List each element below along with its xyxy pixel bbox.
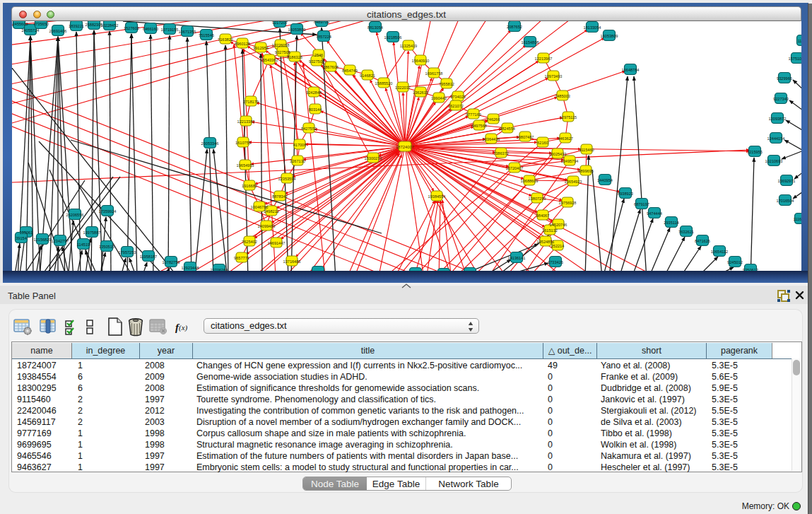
- svg-text:6497568: 6497568: [471, 124, 487, 128]
- svg-text:17359924: 17359924: [99, 209, 117, 214]
- svg-text:2546: 2546: [314, 53, 323, 57]
- svg-text:39154: 39154: [16, 236, 27, 240]
- svg-text:15885520: 15885520: [375, 81, 393, 86]
- svg-text:9146821: 9146821: [360, 74, 375, 78]
- svg-text:8186328: 8186328: [287, 55, 302, 59]
- svg-text:4735650: 4735650: [33, 22, 49, 26]
- svg-text:26206556: 26206556: [66, 213, 84, 217]
- svg-text:14099489: 14099489: [258, 224, 276, 228]
- svg-text:10671355: 10671355: [179, 30, 196, 34]
- svg-text:2718179: 2718179: [243, 100, 259, 104]
- svg-text:6899695: 6899695: [578, 169, 594, 173]
- svg-text:417006: 417006: [293, 143, 307, 147]
- svg-text:1916682: 1916682: [242, 184, 257, 188]
- svg-text:20053346: 20053346: [201, 141, 219, 146]
- svg-text:1116753: 1116753: [794, 217, 801, 221]
- svg-text:746266: 746266: [487, 117, 500, 122]
- svg-text:1440954: 1440954: [597, 178, 613, 182]
- svg-text:20364436: 20364436: [483, 137, 500, 141]
- svg-text:12353594: 12353594: [278, 177, 296, 181]
- svg-text:114519: 114519: [77, 243, 90, 247]
- svg-text:12444154: 12444154: [767, 136, 785, 141]
- svg-text:9242848: 9242848: [306, 90, 322, 95]
- svg-text:3215955: 3215955: [747, 150, 763, 154]
- svg-text:1990443: 1990443: [431, 96, 447, 100]
- svg-text:9463627: 9463627: [558, 136, 573, 141]
- svg-text:7955812: 7955812: [439, 82, 454, 86]
- svg-text:8471626: 8471626: [695, 239, 710, 243]
- svg-text:(x): (x): [179, 323, 188, 332]
- svg-text:16053809: 16053809: [601, 34, 618, 38]
- svg-text:12975115: 12975115: [560, 115, 577, 119]
- svg-text:10973493: 10973493: [545, 74, 563, 78]
- svg-text:7163822: 7163822: [218, 37, 233, 42]
- svg-text:10654112: 10654112: [711, 250, 728, 254]
- svg-text:15751074: 15751074: [789, 57, 801, 61]
- svg-text:15640910: 15640910: [412, 59, 430, 63]
- svg-text:8938923: 8938923: [618, 192, 633, 196]
- svg-text:19384554: 19384554: [428, 194, 446, 199]
- svg-text:8427552: 8427552: [301, 127, 317, 131]
- svg-text:14136141: 14136141: [508, 256, 526, 260]
- svg-text:135061: 135061: [20, 230, 33, 235]
- svg-text:10719155: 10719155: [161, 28, 179, 32]
- svg-text:12156829: 12156829: [34, 238, 52, 242]
- svg-text:18133054: 18133054: [584, 25, 601, 30]
- svg-text:16154808: 16154808: [522, 40, 539, 45]
- svg-text:9350612: 9350612: [743, 268, 758, 271]
- svg-text:11137: 11137: [798, 39, 801, 43]
- svg-text:13975887: 13975887: [83, 230, 101, 235]
- svg-text:12213383: 12213383: [237, 119, 255, 124]
- svg-text:13226058: 13226058: [272, 43, 290, 47]
- svg-text:16543362: 16543362: [261, 58, 278, 62]
- svg-text:9777169: 9777169: [466, 112, 481, 117]
- svg-text:9327508: 9327508: [309, 59, 324, 64]
- svg-text:19218506: 19218506: [384, 35, 402, 40]
- svg-text:17957253: 17957253: [119, 250, 136, 255]
- svg-text:16053809: 16053809: [288, 28, 306, 32]
- svg-text:9734023: 9734023: [450, 95, 466, 99]
- svg-text:8454749: 8454749: [342, 69, 358, 73]
- svg-text:8960128: 8960128: [235, 42, 250, 46]
- svg-text:2935114: 2935114: [664, 221, 678, 225]
- svg-text:1498212: 1498212: [264, 209, 279, 214]
- svg-text:9115460: 9115460: [579, 148, 594, 152]
- svg-text:1733426: 1733426: [548, 260, 563, 264]
- svg-text:9329966: 9329966: [777, 76, 792, 81]
- svg-text:1362615: 1362615: [413, 90, 428, 95]
- svg-text:1621072: 1621072: [448, 104, 464, 108]
- svg-text:10807487: 10807487: [517, 135, 534, 139]
- svg-text:24055724: 24055724: [22, 28, 40, 33]
- svg-text:22455603: 22455603: [12, 22, 28, 26]
- svg-text:13495794: 13495794: [561, 159, 579, 163]
- svg-text:8813054: 8813054: [367, 25, 383, 30]
- svg-text:14520746: 14520746: [550, 223, 567, 227]
- svg-text:7857224: 7857224: [316, 35, 331, 39]
- svg-text:12342797: 12342797: [52, 239, 69, 243]
- svg-text:15720407: 15720407: [506, 166, 524, 170]
- svg-text:10025433: 10025433: [549, 152, 567, 156]
- svg-text:15300273: 15300273: [365, 156, 382, 160]
- svg-text:3267130: 3267130: [290, 159, 305, 163]
- svg-text:17016504: 17016504: [777, 199, 794, 203]
- svg-text:1610755: 1610755: [235, 141, 251, 145]
- svg-text:7485003: 7485003: [555, 94, 570, 98]
- svg-text:9474444: 9474444: [647, 211, 662, 216]
- svg-text:2087652: 2087652: [507, 25, 522, 29]
- svg-text:23706266: 23706266: [211, 268, 228, 271]
- svg-text:19654955: 19654955: [237, 163, 254, 168]
- svg-text:11325419: 11325419: [400, 44, 417, 48]
- svg-text:7625402: 7625402: [242, 240, 257, 244]
- svg-text:1527602: 1527602: [124, 26, 139, 30]
- svg-text:6466160: 6466160: [143, 27, 158, 31]
- svg-text:3824554: 3824554: [500, 127, 515, 131]
- svg-text:6879197: 6879197: [634, 202, 649, 206]
- svg-text:62160: 62160: [537, 141, 548, 145]
- svg-text:12923448: 12923448: [182, 266, 199, 270]
- svg-text:7632621: 7632621: [678, 230, 694, 234]
- svg-text:2867608: 2867608: [323, 65, 339, 69]
- svg-text:1839221: 1839221: [69, 24, 84, 28]
- svg-text:1615132: 1615132: [542, 228, 558, 233]
- svg-text:12093872: 12093872: [769, 117, 787, 121]
- svg-text:11958187: 11958187: [140, 255, 157, 259]
